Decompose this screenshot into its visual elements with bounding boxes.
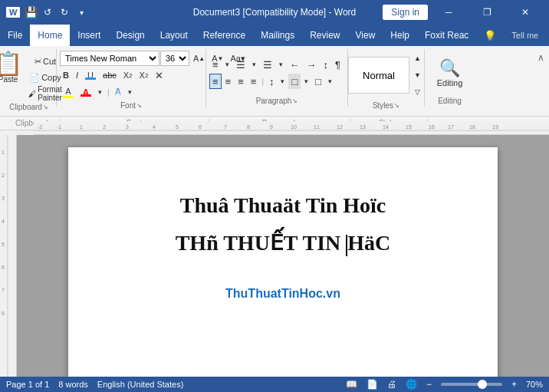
borders-more[interactable]: ▾: [325, 74, 335, 89]
bold-button[interactable]: B: [60, 68, 72, 83]
menu-layout[interactable]: Layout: [153, 25, 196, 46]
menu-bar: File Home Insert Design Layout Reference…: [0, 25, 549, 46]
styles-scroll-up[interactable]: ▲: [411, 51, 424, 66]
align-right-button[interactable]: ≡: [235, 74, 247, 89]
quick-access-more[interactable]: ▾: [75, 6, 87, 18]
view-print-icon[interactable]: 🖨: [387, 379, 396, 390]
horizontal-ruler: -2 -1 1 2 3 4 5 6 7 8 9 10 11 12 13 14 1…: [34, 121, 549, 135]
multilevel-more[interactable]: ▾: [276, 57, 286, 72]
maximize-button[interactable]: ❐: [469, 0, 505, 25]
editing-button[interactable]: 🔍 Editing: [431, 55, 469, 91]
svg-text:7: 7: [2, 288, 5, 293]
minimize-button[interactable]: ─: [431, 0, 466, 25]
superscript-button[interactable]: X2: [136, 68, 152, 83]
close-button[interactable]: ✕: [508, 0, 543, 25]
underline-button[interactable]: U: [82, 68, 99, 83]
menu-review[interactable]: Review: [302, 25, 347, 46]
svg-text:-2: -2: [38, 124, 42, 130]
zoom-level[interactable]: 70%: [526, 380, 543, 389]
font-name-select[interactable]: Times New Roman: [60, 51, 159, 66]
decrease-indent-button[interactable]: ←: [287, 57, 303, 72]
menu-file[interactable]: File: [0, 25, 30, 46]
increase-indent-button[interactable]: →: [304, 57, 320, 72]
menu-reference[interactable]: Reference: [196, 25, 253, 46]
font-color-button[interactable]: A: [77, 84, 94, 100]
quick-access-undo[interactable]: ↺: [41, 6, 54, 18]
font-size-select[interactable]: 36: [160, 51, 189, 66]
svg-text:10: 10: [291, 124, 297, 130]
styles-expand[interactable]: ▽: [411, 84, 424, 100]
font-label: Font: [120, 101, 136, 110]
quick-access-redo[interactable]: ↻: [58, 6, 71, 18]
svg-text:6: 6: [199, 124, 202, 130]
align-left-button[interactable]: ≡: [209, 74, 222, 89]
styles-expand-icon[interactable]: ↘: [394, 102, 399, 109]
svg-text:1: 1: [2, 150, 5, 155]
clipboard-expand[interactable]: ↘: [43, 104, 48, 110]
justify-button[interactable]: ≡: [248, 74, 260, 89]
tell-me-box[interactable]: Tell me: [504, 25, 546, 46]
language-status[interactable]: English (United States): [97, 380, 184, 389]
collapse-ribbon-button[interactable]: ∧: [534, 49, 547, 66]
font-more[interactable]: ▾: [125, 84, 135, 100]
menu-foxit[interactable]: Foxit Reac: [417, 25, 476, 46]
font-color-more[interactable]: ▾: [95, 84, 105, 100]
paragraph-expand[interactable]: ↘: [292, 97, 298, 104]
numbering-button[interactable]: ☰: [233, 57, 248, 72]
page-count[interactable]: Page 1 of 1: [6, 380, 49, 389]
borders-button[interactable]: □: [312, 74, 324, 89]
clear-format-button[interactable]: ✕: [152, 68, 166, 83]
doc-line2-part1: THñ THUẾT TIN: [176, 231, 347, 255]
shading-more[interactable]: ▾: [301, 74, 311, 89]
menu-insert[interactable]: Insert: [70, 25, 108, 46]
line-spacing-button[interactable]: ↕: [266, 74, 278, 89]
italic-button[interactable]: I: [73, 68, 81, 83]
styles-scroll-down[interactable]: ▼: [411, 68, 424, 83]
window-title: Document3 [Compatibility Mode] - Word: [193, 7, 357, 18]
paste-button[interactable]: 📋 Paste: [0, 51, 24, 85]
zoom-out-button[interactable]: −: [426, 379, 432, 390]
increase-font-button[interactable]: A▲: [190, 51, 208, 66]
styles-normal[interactable]: Normal: [348, 57, 409, 94]
quick-access-save[interactable]: 💾: [25, 6, 37, 18]
highlight-color-button[interactable]: A: [60, 84, 77, 100]
svg-text:19: 19: [492, 124, 498, 130]
menu-help[interactable]: Help: [383, 25, 417, 46]
word-count[interactable]: 8 words: [58, 380, 88, 389]
svg-text:7: 7: [224, 124, 227, 130]
show-hide-button[interactable]: ¶: [332, 57, 344, 72]
paragraph-group: ≡ ▾ ☰ ▾ ☰ ▾ ← → ↕ ¶ ≡ ≡ ≡ ≡ | ↕: [206, 49, 348, 107]
svg-text:3: 3: [2, 196, 5, 201]
svg-text:6: 6: [2, 265, 5, 270]
bullets-button[interactable]: ≡: [209, 57, 222, 72]
strikethrough-button[interactable]: abc: [100, 68, 120, 83]
menu-home[interactable]: Home: [30, 25, 70, 46]
styles-group: Normal ▲ ▼ ▽ Styles ↘: [348, 49, 425, 107]
menu-view[interactable]: View: [348, 25, 383, 46]
font-expand[interactable]: ↘: [136, 102, 142, 109]
editing-label: Editing: [438, 97, 462, 105]
view-read-icon[interactable]: 📄: [367, 379, 378, 390]
zoom-slider[interactable]: [441, 383, 502, 386]
menu-design[interactable]: Design: [108, 25, 152, 46]
text-effect-button[interactable]: A: [112, 84, 125, 100]
shading-button[interactable]: □: [288, 74, 301, 89]
svg-rect-23: [0, 135, 17, 377]
document-page[interactable]: Thuâ Thuaät Tin Hoïc THñ THUẾT TIN HäC T…: [68, 147, 498, 377]
sign-in-button[interactable]: Sign in: [383, 5, 428, 20]
multilevel-button[interactable]: ☰: [260, 57, 275, 72]
bullets-more[interactable]: ▾: [222, 57, 232, 72]
menu-mailings[interactable]: Mailings: [253, 25, 302, 46]
zoom-in-button[interactable]: +: [511, 379, 517, 390]
proofing-icon[interactable]: 📖: [346, 379, 357, 390]
share-button[interactable]: 👤Share: [546, 25, 549, 46]
align-center-button[interactable]: ≡: [222, 74, 235, 89]
sort-button[interactable]: ↕: [321, 57, 332, 72]
document-area[interactable]: Thuâ Thuaät Tin Hoïc THñ THUẾT TIN HäC T…: [17, 135, 549, 377]
view-web-icon[interactable]: 🌐: [406, 379, 417, 390]
subscript-button[interactable]: X2: [120, 68, 136, 83]
numbering-more[interactable]: ▾: [249, 57, 259, 72]
svg-text:5: 5: [2, 242, 5, 247]
title-bar: W 💾 ↺ ↻ ▾ Document3 [Compatibility Mode]…: [0, 0, 549, 25]
line-spacing-more[interactable]: ▾: [278, 74, 288, 89]
